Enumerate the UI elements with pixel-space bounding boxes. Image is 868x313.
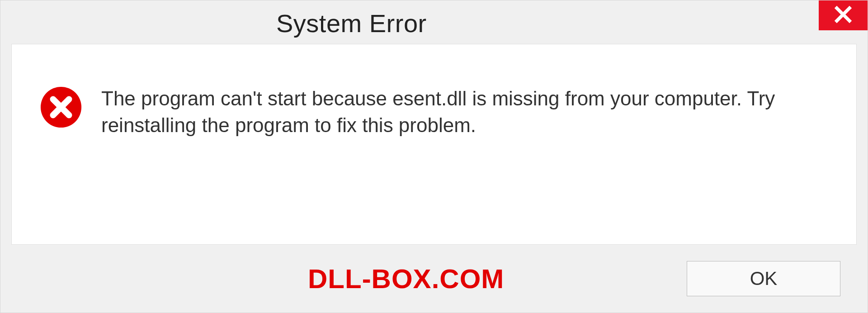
error-message: The program can't start because esent.dl…: [101, 85, 807, 139]
content-panel: The program can't start because esent.dl…: [11, 44, 857, 245]
error-icon: [39, 85, 83, 129]
close-icon: [834, 5, 853, 26]
watermark-text: DLL-BOX.COM: [308, 263, 504, 294]
dialog-title: System Error: [276, 9, 427, 38]
titlebar: System Error: [0, 0, 868, 44]
ok-button[interactable]: OK: [687, 261, 840, 296]
dialog-footer: DLL-BOX.COM OK: [0, 245, 868, 313]
error-dialog: System Error The program can't start bec…: [0, 0, 868, 313]
close-button[interactable]: [819, 0, 868, 30]
